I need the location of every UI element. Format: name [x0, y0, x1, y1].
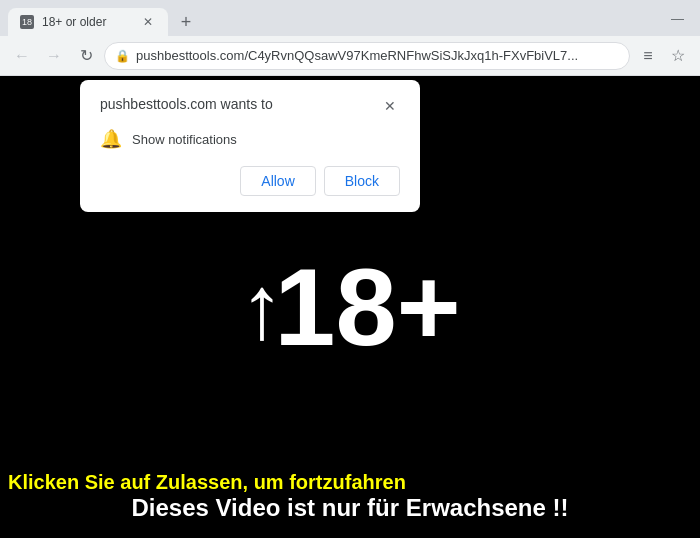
tab-strip: 18 18+ or older ✕ +: [8, 0, 667, 36]
forward-icon: →: [46, 47, 62, 65]
active-tab[interactable]: 18 18+ or older ✕: [8, 8, 168, 36]
block-button[interactable]: Block: [324, 166, 400, 196]
window-controls: —: [671, 11, 692, 26]
lock-icon: 🔒: [115, 49, 130, 63]
popup-buttons: Allow Block: [100, 166, 400, 196]
reload-icon: ↻: [80, 46, 93, 65]
browser-content: ↑ 18+ Klicken Sie auf Zulassen, um fortz…: [0, 76, 700, 538]
nav-right-controls: ≡ ☆: [634, 42, 692, 70]
bottom-line2-end: !!: [546, 494, 569, 521]
permission-text: Show notifications: [132, 132, 237, 147]
bottom-line1: Klicken Sie auf Zulassen, um fortzufahre…: [0, 471, 700, 494]
minimize-button[interactable]: —: [671, 11, 684, 26]
back-icon: ←: [14, 47, 30, 65]
forward-button[interactable]: →: [40, 42, 68, 70]
allow-button[interactable]: Allow: [240, 166, 315, 196]
popup-header: pushbesttools.com wants to ✕: [100, 96, 400, 116]
bottom-line2-bold: Erwachsene: [406, 494, 546, 521]
back-button[interactable]: ←: [8, 42, 36, 70]
bottom-text: Klicken Sie auf Zulassen, um fortzufahre…: [0, 471, 700, 522]
menu-button[interactable]: ≡: [634, 42, 662, 70]
menu-icon: ≡: [643, 47, 652, 65]
title-bar: 18 18+ or older ✕ + —: [0, 0, 700, 36]
bell-icon: 🔔: [100, 128, 122, 150]
tab-title: 18+ or older: [42, 15, 132, 29]
address-bar[interactable]: 🔒 pushbesttools.com/C4yRvnQQsawV97KmeRNF…: [104, 42, 630, 70]
bottom-line2-normal: Dieses Video ist nur für: [131, 494, 405, 521]
popup-permission-row: 🔔 Show notifications: [100, 128, 400, 150]
bottom-line2: Dieses Video ist nur für Erwachsene !!: [0, 494, 700, 522]
bookmark-icon: ☆: [671, 46, 685, 65]
popup-close-button[interactable]: ✕: [380, 96, 400, 116]
notification-popup: pushbesttools.com wants to ✕ 🔔 Show noti…: [80, 80, 420, 212]
url-display: pushbesttools.com/C4yRvnQQsawV97KmeRNFhw…: [136, 48, 619, 63]
popup-title: pushbesttools.com wants to: [100, 96, 273, 112]
tab-close-button[interactable]: ✕: [140, 14, 156, 30]
18plus-text: 18+: [274, 252, 461, 362]
navigation-bar: ← → ↻ 🔒 pushbesttools.com/C4yRvnQQsawV97…: [0, 36, 700, 76]
tab-favicon: 18: [20, 15, 34, 29]
reload-button[interactable]: ↻: [72, 42, 100, 70]
content-visual: ↑ 18+: [239, 252, 461, 362]
new-tab-button[interactable]: +: [172, 8, 200, 36]
bookmark-button[interactable]: ☆: [664, 42, 692, 70]
browser-window: 18 18+ or older ✕ + — ← → ↻ 🔒 pushbestto…: [0, 0, 700, 538]
